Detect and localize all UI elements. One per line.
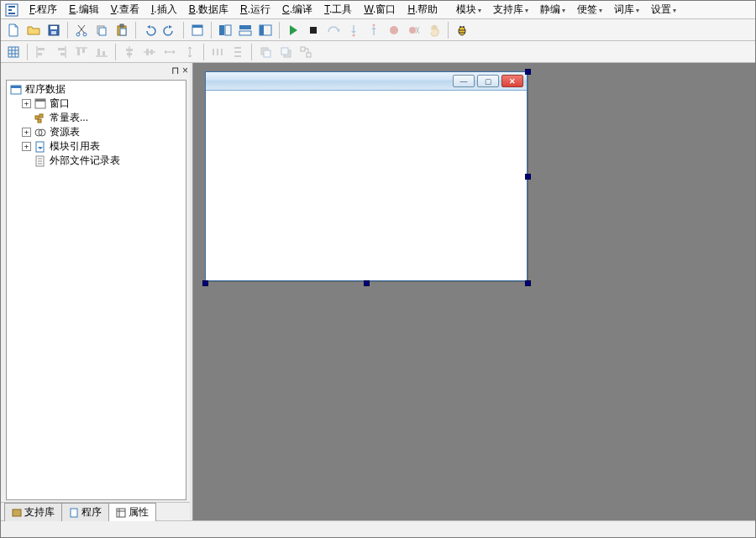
splitter-handle[interactable] [190, 63, 193, 520]
svg-rect-41 [217, 49, 218, 55]
step-into-icon[interactable] [344, 21, 363, 39]
tree-item-window[interactable]: 窗口 [48, 97, 71, 111]
tree-root-label[interactable]: 程序数据 [24, 82, 67, 97]
menu-compile[interactable]: C.编译 [277, 1, 318, 18]
align-bottom-icon[interactable] [92, 43, 111, 61]
menu-database[interactable]: B.数据库 [184, 1, 234, 18]
tree-item-resources[interactable]: 资源表 [48, 125, 81, 139]
form-title-bar: — ▢ ✕ [206, 72, 527, 91]
step-over-icon[interactable] [324, 21, 343, 39]
menu-extra-support-lib[interactable]: 支持库 [488, 1, 533, 18]
new-file-icon[interactable] [4, 21, 23, 39]
menu-run[interactable]: R.运行 [235, 1, 276, 18]
undo-icon[interactable] [140, 21, 159, 39]
align-right-icon[interactable] [52, 43, 71, 61]
tab-program[interactable]: 程序 [61, 503, 109, 521]
save-icon[interactable] [45, 21, 63, 39]
layout-a-icon[interactable] [216, 21, 234, 39]
resize-handle[interactable] [519, 274, 536, 291]
hand-icon[interactable] [425, 21, 444, 39]
svg-rect-12 [192, 25, 202, 28]
send-back-icon[interactable] [276, 43, 295, 61]
expander-icon[interactable]: + [22, 99, 31, 108]
svg-rect-44 [234, 51, 241, 53]
cut-icon[interactable] [72, 21, 91, 39]
svg-rect-42 [221, 49, 223, 55]
distribute-vert-icon[interactable] [228, 43, 247, 61]
distribute-horiz-icon[interactable] [208, 43, 227, 61]
center-vert-icon[interactable] [140, 43, 159, 61]
svg-rect-43 [234, 47, 241, 49]
resize-handle[interactable] [197, 274, 213, 291]
svg-rect-16 [239, 31, 251, 35]
align-left-icon[interactable] [32, 43, 50, 61]
svg-rect-53 [11, 86, 21, 88]
resize-handle[interactable] [519, 63, 536, 80]
step-out-icon[interactable] [365, 21, 383, 39]
menu-extra-module[interactable]: 模块 [451, 1, 486, 18]
run-icon[interactable] [284, 21, 302, 39]
svg-rect-64 [71, 509, 77, 517]
menu-extra-dict[interactable]: 词库 [609, 1, 644, 18]
svg-rect-10 [120, 29, 126, 35]
maximize-button[interactable]: ▢ [477, 75, 499, 87]
close-panel-icon[interactable]: × [182, 65, 188, 76]
tab-support-lib[interactable]: 支持库 [4, 503, 62, 521]
svg-rect-40 [213, 49, 214, 55]
designer-canvas[interactable]: — ▢ ✕ [192, 63, 755, 520]
tab-properties[interactable]: 属性 [108, 503, 156, 521]
svg-rect-34 [97, 49, 100, 55]
bring-front-icon[interactable] [256, 43, 275, 61]
expander-icon[interactable]: + [22, 128, 31, 137]
menu-extra-note[interactable]: 便签 [572, 1, 607, 18]
layout-c-icon[interactable] [256, 21, 275, 39]
resize-handle[interactable] [519, 168, 536, 185]
menu-extra-static-compile[interactable]: 静编 [535, 1, 570, 18]
menu-window[interactable]: W.窗口 [359, 1, 401, 18]
workspace: ⊓ × 程序数据 + [1, 63, 755, 520]
menu-tools[interactable]: T.工具 [319, 1, 357, 18]
align-top-icon[interactable] [72, 43, 91, 61]
redo-icon[interactable] [160, 21, 179, 39]
resize-handle[interactable] [358, 274, 375, 291]
svg-rect-7 [99, 28, 106, 35]
external-files-node-icon [34, 155, 46, 167]
form-designer-icon[interactable] [188, 21, 207, 39]
menu-view[interactable]: V.查看 [106, 1, 144, 18]
grid-icon[interactable] [4, 43, 23, 61]
tree-item-module-ref[interactable]: 模块引用表 [48, 139, 102, 154]
clear-breakpoints-icon[interactable] [405, 21, 423, 39]
same-height-icon[interactable] [181, 43, 199, 61]
expander-icon[interactable]: + [22, 142, 31, 151]
left-dock-tabs: 支持库 程序 属性 [1, 502, 192, 520]
svg-rect-45 [234, 55, 241, 57]
bee-icon[interactable] [453, 21, 471, 39]
program-tree[interactable]: 程序数据 + 窗口 [6, 80, 186, 500]
layout-b-icon[interactable] [236, 21, 255, 39]
tree-item-constants[interactable]: 常量表... [48, 111, 90, 125]
svg-rect-31 [60, 53, 65, 55]
svg-rect-18 [260, 25, 264, 35]
open-file-icon[interactable] [24, 21, 43, 39]
same-width-icon[interactable] [160, 43, 179, 61]
menu-help[interactable]: H.帮助 [402, 1, 443, 18]
pin-icon[interactable]: ⊓ [171, 65, 179, 76]
tab-order-icon[interactable] [297, 43, 315, 61]
menu-program[interactable]: F.程序 [24, 1, 62, 18]
stop-icon[interactable] [304, 21, 323, 39]
svg-rect-28 [38, 48, 45, 50]
app-logo-icon [4, 3, 19, 18]
copy-icon[interactable] [92, 21, 111, 39]
svg-point-26 [463, 26, 465, 28]
form-window[interactable]: — ▢ ✕ [205, 71, 528, 281]
center-horiz-icon[interactable] [120, 43, 139, 61]
toggle-breakpoint-icon[interactable] [385, 21, 403, 39]
tree-item-external-files[interactable]: 外部文件记录表 [48, 154, 122, 168]
menu-insert[interactable]: I.插入 [146, 1, 182, 18]
minimize-button[interactable]: — [453, 75, 475, 87]
paste-icon[interactable] [113, 21, 131, 39]
svg-point-24 [459, 27, 465, 35]
menu-extra-settings[interactable]: 设置 [646, 1, 681, 18]
menu-edit[interactable]: E.编辑 [64, 1, 103, 18]
form-client-area[interactable] [207, 92, 525, 279]
